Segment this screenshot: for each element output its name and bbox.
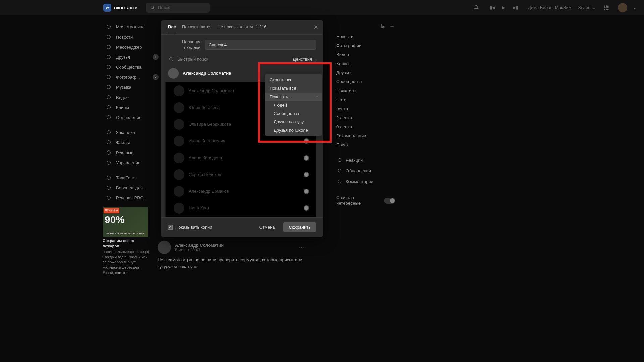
dropdown-item[interactable]: Показать все xyxy=(265,84,322,93)
sidebar-item[interactable]: Закладки xyxy=(103,127,161,137)
svg-point-23 xyxy=(107,151,111,155)
svg-point-37 xyxy=(338,169,341,172)
settings-icon[interactable] xyxy=(379,23,386,30)
prev-icon[interactable]: ▮◀ xyxy=(489,4,496,11)
plus-icon[interactable] xyxy=(389,23,395,30)
play-icon[interactable]: ▶ xyxy=(500,4,507,11)
post-avatar[interactable] xyxy=(158,241,171,254)
dropdown-item[interactable]: Людей xyxy=(265,101,322,109)
quick-search[interactable]: Быстрый поиск xyxy=(168,56,293,63)
search-input[interactable]: Поиск xyxy=(146,3,210,13)
sidebar-item[interactable]: Реклама xyxy=(103,147,161,158)
post-author[interactable]: Александр Соломатин xyxy=(175,243,224,248)
toggle-switch[interactable] xyxy=(384,198,395,204)
svg-point-15 xyxy=(107,65,111,69)
svg-point-20 xyxy=(107,116,111,119)
sidebar-item[interactable]: Фотограф...2 xyxy=(103,72,161,82)
right-nav-item[interactable]: 2 лента xyxy=(332,113,399,122)
sidebar-item[interactable]: Клипы xyxy=(103,102,161,112)
nav-icon xyxy=(105,23,112,30)
right-nav-item[interactable]: 0 лента xyxy=(332,122,399,131)
sidebar-item[interactable]: Мессенджер xyxy=(103,42,161,52)
right-nav-item[interactable]: Рекомендации xyxy=(332,131,399,140)
avatar xyxy=(174,169,184,180)
post-menu-icon[interactable]: ··· xyxy=(298,244,305,251)
search-icon xyxy=(168,56,175,63)
avatar xyxy=(174,85,184,96)
right-nav-item[interactable]: Обновления xyxy=(332,165,399,176)
actions-dropdown-trigger[interactable]: Действия ⌄ xyxy=(293,57,316,62)
sidebar-item[interactable]: Объявления xyxy=(103,112,161,122)
sidebar-item[interactable]: Речевая PRO... xyxy=(103,193,161,203)
nav-icon xyxy=(105,64,112,70)
nav-icon xyxy=(105,54,112,60)
right-nav-item[interactable]: Подкасты xyxy=(332,86,399,95)
sidebar-item[interactable]: Управление xyxy=(103,158,161,168)
cancel-button[interactable]: Отмена xyxy=(254,222,280,232)
dropdown-item[interactable]: Скрыть все xyxy=(265,76,322,84)
sidebar-item[interactable]: Файлы xyxy=(103,137,161,147)
sidebar-item[interactable]: Музыка xyxy=(103,82,161,92)
sidebar-item[interactable]: Воронеж для ... xyxy=(103,183,161,193)
right-nav-item[interactable]: Комментарии xyxy=(332,176,399,187)
tab-shown[interactable]: Показываются xyxy=(182,24,212,34)
promo-image: ПРИЧИНА 90% ЛЕСНЫХ ПОЖАРОВ ЧЕЛОВЕК xyxy=(103,207,148,237)
radio[interactable] xyxy=(304,155,309,161)
promo-block[interactable]: ПРИЧИНА 90% ЛЕСНЫХ ПОЖАРОВ ЧЕЛОВЕК Сохра… xyxy=(103,207,148,276)
radio[interactable] xyxy=(304,172,309,177)
list-item[interactable]: Сергей Поляков xyxy=(172,166,313,183)
next-icon[interactable]: ▶▮ xyxy=(512,4,519,11)
avatar xyxy=(174,203,184,214)
bell-icon[interactable] xyxy=(473,4,480,11)
right-nav-item[interactable]: Фото xyxy=(332,95,399,104)
svg-point-3 xyxy=(606,6,607,7)
close-icon[interactable]: × xyxy=(314,23,318,32)
right-nav-item[interactable]: лента xyxy=(332,104,399,113)
tab-all[interactable]: Все xyxy=(168,24,176,34)
right-nav-item[interactable]: Реакции xyxy=(332,155,399,165)
promo-sub: национальныепроекты.рф xyxy=(103,249,148,255)
post-time: 8 мая в 20:43 xyxy=(175,248,224,252)
dropdown-item[interactable]: Сообщества xyxy=(265,109,322,118)
apps-icon[interactable] xyxy=(603,4,610,11)
radio[interactable] xyxy=(304,138,309,144)
chevron-down-icon[interactable]: ⌄ xyxy=(631,4,638,11)
right-nav-item[interactable]: Фотографии xyxy=(332,41,399,50)
right-nav-item[interactable]: Новости xyxy=(332,32,399,41)
save-button[interactable]: Сохранить xyxy=(283,222,316,232)
user-avatar[interactable] xyxy=(618,3,627,12)
avatar xyxy=(168,68,179,79)
list-item[interactable]: Алина Калядина xyxy=(172,149,313,166)
tab-name-input[interactable] xyxy=(205,40,316,50)
show-copies-checkbox[interactable] xyxy=(168,225,173,230)
right-sidebar: НовостиФотографииВидеоКлипыДрузьяСообщес… xyxy=(332,22,399,276)
logo[interactable]: w вконтакте xyxy=(103,4,137,12)
radio[interactable] xyxy=(304,189,309,194)
svg-point-36 xyxy=(338,158,341,161)
post: Александр Соломатин 8 мая в 20:43 ··· Не… xyxy=(158,241,305,270)
dropdown-item[interactable]: Друзья по школе xyxy=(265,126,322,134)
svg-point-0 xyxy=(151,6,153,8)
list-item[interactable]: Александр Ермаков xyxy=(172,183,313,200)
dropdown-item[interactable]: Показать... xyxy=(265,93,322,101)
sidebar-item[interactable]: Сообщества xyxy=(103,62,161,72)
sidebar-item[interactable]: Друзья1 xyxy=(103,52,161,62)
right-nav-item[interactable]: Друзья xyxy=(332,68,399,77)
sidebar-item[interactable]: Видео xyxy=(103,92,161,102)
right-nav-item[interactable]: Поиск xyxy=(332,140,399,149)
avatar xyxy=(174,119,184,130)
toggle-interesting[interactable]: Сначала интересные xyxy=(332,192,399,210)
radio[interactable] xyxy=(304,205,309,211)
list-item[interactable]: Нина Крот xyxy=(172,200,313,217)
nav-icon xyxy=(105,34,112,40)
sidebar-item[interactable]: Моя страница xyxy=(103,22,161,32)
right-nav-item[interactable]: Видео xyxy=(332,50,399,59)
tab-hidden[interactable]: Не показываются 1 216 xyxy=(218,24,267,34)
right-nav-item[interactable]: Клипы xyxy=(332,59,399,68)
sidebar-item[interactable]: Новости xyxy=(103,32,161,42)
right-nav-item[interactable]: Сообщества xyxy=(332,77,399,86)
avatar xyxy=(174,136,184,146)
sidebar-item[interactable]: ТолиТолог xyxy=(103,173,161,183)
now-playing[interactable]: Дима Билан, МакSим — Знаеш... xyxy=(528,5,595,10)
dropdown-item[interactable]: Друзья по вузу xyxy=(265,118,322,126)
